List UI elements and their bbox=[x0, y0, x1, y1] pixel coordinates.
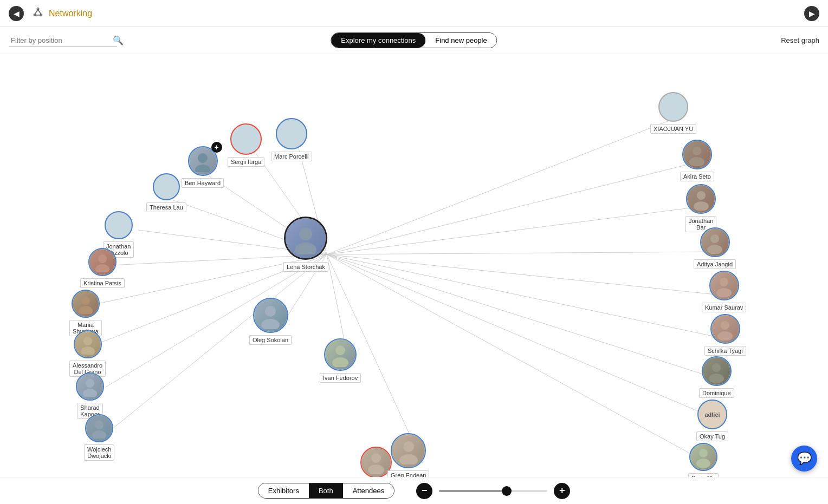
zoom-controls: − + bbox=[416, 483, 570, 499]
svg-line-14 bbox=[106, 254, 327, 387]
filter-input[interactable] bbox=[9, 34, 117, 47]
tab-exhibitors[interactable]: Exhibitors bbox=[258, 483, 309, 498]
svg-point-49 bbox=[399, 454, 418, 464]
node-lena-storchak[interactable]: Lena Storchak bbox=[283, 217, 328, 272]
node-kristina-patsis[interactable]: Kristina Patsis bbox=[80, 248, 125, 288]
svg-point-50 bbox=[693, 147, 701, 155]
node-akira-seto[interactable]: Akira Seto bbox=[680, 140, 714, 181]
svg-point-31 bbox=[195, 165, 210, 172]
svg-point-63 bbox=[696, 459, 710, 468]
node-label: Oleg Sokolan bbox=[249, 335, 292, 345]
svg-point-32 bbox=[98, 254, 107, 263]
svg-line-20 bbox=[327, 162, 696, 254]
node-label: Aditya Jangid bbox=[694, 259, 736, 269]
node-aditya-jangid[interactable]: Aditya Jangid bbox=[694, 227, 736, 269]
svg-point-39 bbox=[83, 389, 97, 397]
svg-point-37 bbox=[81, 346, 95, 355]
svg-point-35 bbox=[79, 306, 93, 314]
node-label: Theresa Lau bbox=[146, 202, 186, 212]
node-theresa-lau[interactable]: Theresa Lau bbox=[146, 173, 186, 212]
network-canvas: Lena Storchak + Ben Hayward Theresa Lau … bbox=[0, 54, 828, 504]
node-alessandro-del-grano[interactable]: AlessandroDel Grano bbox=[69, 330, 106, 377]
zoom-in-button[interactable]: + bbox=[554, 483, 570, 499]
svg-point-33 bbox=[95, 264, 109, 272]
back-button[interactable]: ◀ bbox=[9, 6, 24, 21]
node-label: Ivan Fedorov bbox=[320, 373, 361, 383]
node-wojciech-dwojacki[interactable]: WojciechDwojacki bbox=[84, 414, 114, 461]
node-greg-endean-large[interactable]: Greg Endean bbox=[387, 433, 429, 480]
zoom-slider-track bbox=[439, 490, 504, 492]
tab-both[interactable]: Both bbox=[309, 483, 343, 498]
search-icon: 🔍 bbox=[113, 35, 124, 45]
svg-point-29 bbox=[295, 243, 316, 254]
node-label: Okay Tug bbox=[696, 431, 728, 441]
node-xiaojuan-yu[interactable]: XIAOJUAN YU bbox=[650, 92, 696, 134]
node-kumar-saurav[interactable]: Kumar Saurav bbox=[702, 271, 746, 312]
tab-attendees[interactable]: Attendees bbox=[343, 483, 394, 498]
tab-group: Explore my connections Find new people bbox=[331, 32, 497, 48]
svg-point-44 bbox=[335, 345, 345, 355]
plus-badge[interactable]: + bbox=[211, 142, 222, 153]
svg-point-45 bbox=[332, 357, 348, 367]
svg-line-22 bbox=[327, 252, 715, 254]
svg-point-42 bbox=[265, 306, 276, 317]
reset-graph-button[interactable]: Reset graph bbox=[781, 36, 819, 44]
svg-line-26 bbox=[327, 254, 718, 420]
svg-line-19 bbox=[327, 116, 680, 254]
svg-point-61 bbox=[709, 374, 724, 383]
svg-line-15 bbox=[114, 254, 327, 428]
node-marc-porcelli[interactable]: Marc Porcelli bbox=[271, 118, 312, 161]
svg-point-46 bbox=[371, 453, 381, 463]
svg-point-43 bbox=[261, 319, 280, 329]
svg-point-28 bbox=[299, 227, 312, 240]
node-label: Akira Seto bbox=[680, 172, 714, 181]
node-dominique[interactable]: Dominique bbox=[699, 356, 734, 398]
node-label: Marc Porcelli bbox=[271, 152, 312, 161]
node-oleg-sokolan[interactable]: Oleg Sokolan bbox=[249, 298, 292, 345]
node-label: Lena Storchak bbox=[283, 262, 328, 272]
zoom-slider-thumb[interactable] bbox=[502, 486, 512, 496]
chat-bubble-button[interactable]: 💬 bbox=[791, 446, 817, 472]
node-label: Kumar Saurav bbox=[702, 303, 746, 312]
svg-point-38 bbox=[86, 379, 94, 388]
node-sergii-iurga[interactable]: Sergii Iurga bbox=[228, 123, 264, 167]
page-title: Networking bbox=[49, 9, 92, 18]
zoom-slider[interactable] bbox=[439, 490, 547, 492]
svg-line-24 bbox=[327, 254, 723, 338]
svg-line-25 bbox=[327, 254, 718, 379]
svg-point-58 bbox=[721, 321, 729, 330]
svg-line-3 bbox=[35, 10, 38, 14]
network-icon bbox=[33, 6, 43, 20]
zoom-out-button[interactable]: − bbox=[416, 483, 432, 499]
svg-point-57 bbox=[716, 288, 732, 297]
tab-explore[interactable]: Explore my connections bbox=[331, 33, 425, 48]
svg-point-34 bbox=[81, 296, 90, 305]
forward-button[interactable]: ▶ bbox=[804, 6, 819, 21]
svg-line-23 bbox=[327, 254, 721, 295]
svg-line-4 bbox=[38, 10, 41, 14]
node-sharad-kapoor[interactable]: SharadKapoor bbox=[76, 372, 104, 419]
filter-tab-group: Exhibitors Both Attendees bbox=[258, 483, 394, 499]
node-ben-hayward[interactable]: + Ben Hayward bbox=[182, 146, 224, 188]
node-okay-tug[interactable]: adlici Okay Tug bbox=[696, 400, 728, 441]
node-ivan-fedorov[interactable]: Ivan Fedorov bbox=[320, 338, 361, 383]
node-label: Schilka Tyagi bbox=[704, 346, 746, 356]
bottom-bar: Exhibitors Both Attendees − + bbox=[0, 477, 828, 504]
node-schilka-tyagi[interactable]: Schilka Tyagi bbox=[704, 314, 746, 356]
svg-line-27 bbox=[327, 254, 707, 463]
node-label: Kristina Patsis bbox=[80, 278, 125, 288]
node-label: WojciechDwojacki bbox=[84, 444, 114, 461]
svg-point-30 bbox=[198, 153, 208, 163]
svg-point-40 bbox=[95, 421, 104, 429]
svg-point-54 bbox=[710, 234, 719, 243]
svg-point-56 bbox=[720, 278, 728, 286]
toolbar: 🔍 Explore my connections Find new people… bbox=[0, 27, 828, 54]
tab-find[interactable]: Find new people bbox=[425, 33, 496, 48]
svg-point-36 bbox=[83, 337, 92, 345]
svg-point-53 bbox=[694, 201, 709, 211]
svg-point-55 bbox=[707, 245, 722, 254]
svg-point-59 bbox=[717, 331, 733, 341]
svg-point-47 bbox=[368, 464, 384, 474]
node-mariia-shypilova[interactable]: MariiaShypilova bbox=[69, 290, 102, 336]
node-jonathan-bar[interactable]: JonathanBar bbox=[685, 184, 716, 232]
